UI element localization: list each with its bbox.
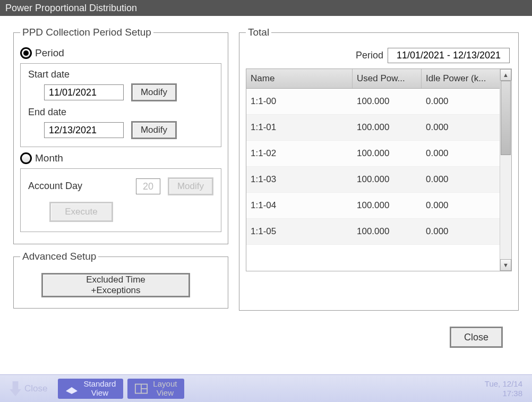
period-radio-label: Period <box>35 47 64 59</box>
window-title: Power Proportional Distribution <box>5 3 137 14</box>
period-radio[interactable]: Period <box>20 47 221 59</box>
account-day-input <box>136 178 160 194</box>
table-header: Name Used Pow... Idle Power (k... <box>246 69 500 89</box>
close-button[interactable]: Close <box>450 327 503 348</box>
radio-selected-icon <box>20 47 32 59</box>
clock-date: Tue, 12/14 <box>485 379 522 389</box>
total-legend: Total <box>246 27 271 38</box>
col-idle-power[interactable]: Idle Power (k... <box>422 69 500 88</box>
start-date-modify-button[interactable]: Modify <box>131 83 177 101</box>
table-row[interactable]: 1:1-05100.0000.000 <box>246 219 500 245</box>
advanced-setup-legend: Advanced Setup <box>20 251 98 262</box>
table-row[interactable]: 1:1-00100.0000.000 <box>246 89 500 115</box>
cell-idle-power: 0.000 <box>422 219 500 244</box>
standard-view-button[interactable]: Standard View <box>58 379 123 399</box>
end-date-input[interactable] <box>44 122 124 138</box>
start-date-label: Start date <box>28 69 213 80</box>
standard-view-icon <box>65 383 78 394</box>
table-row[interactable]: 1:1-03100.0000.000 <box>246 167 500 193</box>
total-group: Total Period 11/01/2021 - 12/13/2021 Nam… <box>239 27 519 311</box>
total-period-value: 11/01/2021 - 12/13/2021 <box>388 48 510 63</box>
col-name[interactable]: Name <box>246 69 353 88</box>
cell-idle-power: 0.000 <box>422 167 500 192</box>
cell-used-power: 100.000 <box>353 89 422 114</box>
col-used-power[interactable]: Used Pow... <box>353 69 422 88</box>
month-radio-label: Month <box>35 152 63 164</box>
cell-idle-power: 0.000 <box>422 89 500 114</box>
cell-idle-power: 0.000 <box>422 115 500 140</box>
layout-view-button[interactable]: Layout View <box>127 379 184 399</box>
ppd-setup-group: PPD Collection Period Setup Period Start… <box>13 27 228 244</box>
end-date-modify-button[interactable]: Modify <box>131 121 177 139</box>
cell-used-power: 100.000 <box>353 219 422 244</box>
down-arrow-icon <box>10 381 21 396</box>
period-frame: Start date Modify End date Modify <box>20 63 221 147</box>
end-date-label: End date <box>28 107 213 118</box>
scroll-thumb[interactable] <box>501 81 511 155</box>
table-scrollbar[interactable]: ▲ ▼ <box>500 69 511 271</box>
excluded-time-exceptions-button[interactable]: Excluded Time +Exceptions <box>41 273 190 297</box>
cell-idle-power: 0.000 <box>422 141 500 166</box>
cell-name: 1:1-04 <box>246 193 353 218</box>
account-day-label: Account Day <box>28 181 82 192</box>
month-radio[interactable]: Month <box>20 152 221 164</box>
title-bar: Power Proportional Distribution <box>0 0 532 16</box>
cell-name: 1:1-03 <box>246 167 353 192</box>
ppd-setup-legend: PPD Collection Period Setup <box>20 27 153 38</box>
cell-used-power: 100.000 <box>353 193 422 218</box>
table-row[interactable]: 1:1-02100.0000.000 <box>246 141 500 167</box>
radio-unselected-icon <box>20 152 32 164</box>
scroll-up-icon[interactable]: ▲ <box>500 69 511 81</box>
main-area: PPD Collection Period Setup Period Start… <box>0 16 532 359</box>
advanced-setup-group: Advanced Setup Excluded Time +Exceptions <box>13 251 228 309</box>
cell-name: 1:1-00 <box>246 89 353 114</box>
clock: Tue, 12/14 17:38 <box>485 379 522 398</box>
total-period-label: Period <box>356 50 383 61</box>
month-frame: Account Day Modify Execute <box>20 168 221 232</box>
account-day-modify-button: Modify <box>168 177 213 195</box>
bottom-bar: Close Standard View Layout View Tue, 12/… <box>0 374 532 402</box>
table-row[interactable]: 1:1-04100.0000.000 <box>246 193 500 219</box>
total-table: Name Used Pow... Idle Power (k... 1:1-00… <box>246 69 512 271</box>
cell-used-power: 100.000 <box>353 167 422 192</box>
execute-button: Execute <box>49 202 113 222</box>
bottombar-close-label: Close <box>24 383 47 394</box>
scroll-track[interactable] <box>500 81 511 259</box>
layout-view-icon <box>135 383 148 394</box>
cell-idle-power: 0.000 <box>422 193 500 218</box>
clock-time: 17:38 <box>485 389 522 398</box>
cell-name: 1:1-05 <box>246 219 353 244</box>
start-date-input[interactable] <box>44 84 124 100</box>
table-row[interactable]: 1:1-01100.0000.000 <box>246 115 500 141</box>
cell-used-power: 100.000 <box>353 115 422 140</box>
bottombar-close-button: Close <box>3 379 54 398</box>
standard-view-label: Standard View <box>83 380 116 397</box>
cell-name: 1:1-01 <box>246 115 353 140</box>
layout-view-label: Layout View <box>153 380 177 397</box>
cell-used-power: 100.000 <box>353 141 422 166</box>
cell-name: 1:1-02 <box>246 141 353 166</box>
scroll-down-icon[interactable]: ▼ <box>500 259 511 271</box>
